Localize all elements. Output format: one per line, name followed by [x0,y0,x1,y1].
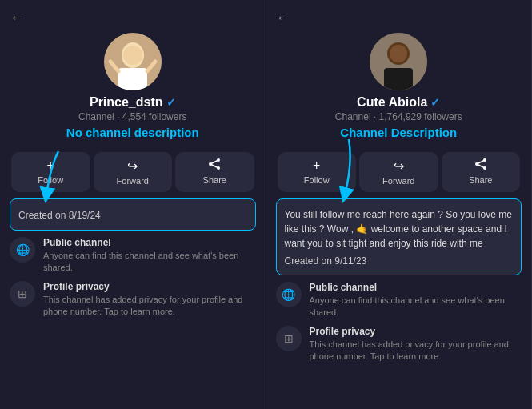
verified-icon-right: ✓ [430,96,440,109]
action-buttons-right: + Follow ↪ Forward Share [276,152,522,192]
globe-icon-left: 🌐 [10,237,35,263]
profile-section-right: Cute Abiola ✓ Channel · 1,764,929 follow… [276,33,522,146]
username-left: Prince_dstn ✓ [90,95,176,110]
created-date-left: Created on 8/19/24 [18,210,101,221]
svg-line-9 [210,160,218,164]
public-channel-content-right: Public channel Anyone can find this chan… [310,282,522,319]
share-label-right: Share [469,175,492,185]
privacy-item-left: ⊞ Profile privacy This channel has added… [10,281,256,319]
created-date-right: Created on 9/11/23 [285,255,514,267]
public-channel-content-left: Public channel Anyone can find this chan… [43,237,256,275]
channel-description-label: Channel Description [340,126,457,139]
privacy-content-right: Profile privacy This channel has added p… [310,326,522,363]
profile-section-left: Prince_dstn ✓ Channel · 4,554 followers … [10,33,256,146]
verified-icon-left: ✓ [166,96,176,109]
privacy-item-right: ⊞ Profile privacy This channel has added… [276,326,522,363]
info-list-left: 🌐 Public channel Anyone can find this ch… [10,237,256,319]
username-right: Cute Abiola ✓ [357,95,440,110]
svg-point-3 [123,46,142,65]
avatar-left [104,33,162,90]
svg-line-18 [477,160,485,164]
globe-icon-right: 🌐 [276,282,302,307]
svg-point-14 [390,45,407,62]
channel-info-left: Channel · 4,554 followers [78,111,186,122]
privacy-icon-left: ⊞ [10,281,35,307]
public-channel-item-left: 🌐 Public channel Anyone can find this ch… [10,237,256,275]
back-button-left[interactable]: ← [10,10,29,26]
svg-rect-2 [118,68,147,90]
public-channel-item-right: 🌐 Public channel Anyone can find this ch… [276,282,522,319]
privacy-desc-left: This channel has added privacy for your … [43,294,256,319]
description-box-right: You still follow me reach here again ? S… [276,198,522,275]
public-channel-desc-right: Anyone can find this channel and see wha… [310,295,522,319]
svg-line-19 [477,164,485,168]
forward-label-right: Forward [382,176,414,186]
privacy-title-right: Profile privacy [310,326,522,337]
privacy-content-left: Profile privacy This channel has added p… [43,281,256,319]
forward-label-left: Forward [117,176,149,186]
forward-button-left[interactable]: ↪ Forward [94,152,173,192]
follow-icon-right: + [313,158,320,173]
svg-line-10 [210,164,218,168]
share-button-left[interactable]: Share [175,152,254,192]
privacy-title-left: Profile privacy [43,281,256,292]
share-button-right[interactable]: Share [442,152,521,192]
back-button-right[interactable]: ← [276,10,295,26]
channel-info-right: Channel · 1,764,929 followers [335,111,462,122]
created-box-left: Created on 8/19/24 [10,198,256,231]
panel-left: ← Prince_dstn ✓ Channel · 4,554 follower… [0,0,266,409]
public-channel-title-left: Public channel [43,237,256,248]
avatar-right [370,33,427,90]
info-list-right: 🌐 Public channel Anyone can find this ch… [276,282,522,363]
privacy-desc-right: This channel has added privacy for your … [310,339,522,363]
share-icon-right [474,158,487,173]
public-channel-desc-left: Anyone can find this channel and see wha… [43,250,256,275]
share-label-left: Share [203,175,226,185]
svg-rect-13 [384,68,413,90]
forward-icon-left: ↪ [127,158,138,174]
panel-right: ← Cute Abiola ✓ Channel · 1,764,929 foll… [266,0,533,409]
share-icon-left [208,158,221,173]
no-description-label: No channel description [66,126,199,139]
public-channel-title-right: Public channel [310,282,522,293]
description-text-right: You still follow me reach here again ? S… [285,207,514,251]
privacy-icon-right: ⊞ [276,326,302,351]
forward-icon-right: ↪ [394,158,404,174]
